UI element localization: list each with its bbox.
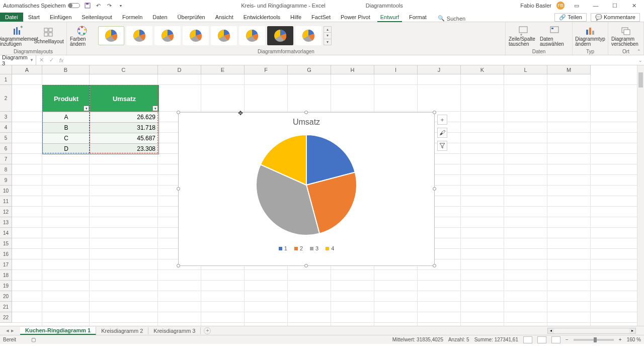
col-header[interactable]: H	[331, 65, 374, 74]
col-header[interactable]: M	[547, 65, 591, 74]
qat-customize-icon[interactable]: ▾	[117, 2, 124, 9]
tab-hilfe[interactable]: Hilfe	[285, 13, 306, 22]
zoom-in-icon[interactable]: +	[619, 337, 622, 342]
accept-formula-icon[interactable]: ✓	[46, 57, 56, 63]
chart-style-thumb[interactable]	[295, 26, 321, 45]
horizontal-scrollbar[interactable]: ◂▸	[547, 328, 636, 334]
row-header[interactable]: 6	[0, 143, 12, 154]
cancel-formula-icon[interactable]: ✕	[36, 57, 46, 63]
row-header[interactable]: 19	[0, 281, 12, 291]
col-header[interactable]: D	[158, 65, 201, 74]
tab-seitenlayout[interactable]: Seitenlayout	[76, 13, 117, 22]
view-page-break-icon[interactable]	[551, 336, 560, 343]
sheet-tab[interactable]: Kreisdiagramm 2	[96, 327, 148, 334]
move-chart-button[interactable]: Diagramm verschieben	[611, 24, 640, 48]
tab-entwurf[interactable]: Entwurf	[375, 13, 404, 22]
redo-icon[interactable]: ↷	[106, 2, 113, 9]
header-produkt[interactable]: Produkt ▾	[43, 85, 90, 112]
row-header[interactable]: 14	[0, 228, 12, 238]
add-sheet-button[interactable]: +	[204, 327, 211, 334]
share-button[interactable]: 🔗 Teilen	[554, 13, 587, 22]
resize-handle[interactable]	[433, 264, 436, 267]
tab-einfuegen[interactable]: Einfügen	[45, 13, 76, 22]
pie-chart[interactable]	[251, 130, 362, 240]
close-icon[interactable]: ✕	[627, 1, 641, 11]
col-header[interactable]: F	[245, 65, 288, 74]
chart-elements-button[interactable]: ＋	[437, 115, 447, 125]
table-row[interactable]: B31.718	[43, 122, 158, 133]
row-header[interactable]: 4	[0, 122, 12, 133]
row-header[interactable]: 13	[0, 217, 12, 228]
filter-icon[interactable]: ▾	[152, 106, 158, 111]
chart-style-thumb[interactable]	[211, 26, 237, 45]
row-header[interactable]: 18	[0, 270, 12, 281]
toggle-switch-icon[interactable]	[68, 3, 80, 8]
chevron-down-icon[interactable]: ▼	[30, 58, 34, 62]
vertical-scrollbar[interactable]	[637, 65, 644, 326]
row-header[interactable]: 12	[0, 207, 12, 217]
row-header[interactable]: 1	[0, 74, 12, 85]
legend-item[interactable]: 2	[294, 245, 303, 251]
cell-umsatz[interactable]: 26.629	[90, 112, 158, 122]
col-header[interactable]: C	[90, 65, 158, 74]
tab-factset[interactable]: FactSet	[306, 13, 336, 22]
resize-handle[interactable]	[433, 111, 436, 114]
name-box[interactable]: Diagramm 3 ▼	[0, 54, 36, 66]
collapse-ribbon-icon[interactable]: ⌃	[637, 49, 641, 54]
resize-handle[interactable]	[304, 111, 308, 114]
expand-formula-bar-icon[interactable]: ⌄	[637, 58, 644, 63]
add-chart-element-button[interactable]: + Diagrammelement hinzufügen	[3, 24, 32, 48]
view-page-layout-icon[interactable]	[537, 336, 546, 343]
zoom-out-icon[interactable]: −	[566, 337, 569, 342]
fx-icon[interactable]: fx	[56, 57, 66, 63]
chart-filter-button[interactable]	[437, 141, 447, 151]
legend-item[interactable]: 3	[310, 245, 318, 251]
chart-style-thumb[interactable]	[154, 26, 181, 45]
chart-style-thumb[interactable]	[98, 26, 124, 45]
table-row[interactable]: C45.687	[43, 133, 158, 143]
resize-handle[interactable]	[177, 264, 180, 267]
row-header[interactable]: 2	[0, 85, 12, 112]
tab-start[interactable]: Start	[23, 13, 45, 22]
row-header[interactable]: 21	[0, 302, 12, 312]
row-header[interactable]: 22	[0, 312, 12, 323]
cell-produkt[interactable]: B	[43, 122, 90, 133]
sheet-tab-active[interactable]: Kuchen-Ringdiagramm 1	[20, 327, 96, 335]
col-header[interactable]: K	[461, 65, 504, 74]
col-header[interactable]: L	[504, 65, 547, 74]
formula-input[interactable]	[66, 55, 637, 65]
resize-handle[interactable]	[177, 111, 180, 114]
sheet-tab[interactable]: Kreisdiagramm 3	[148, 327, 201, 334]
tab-ueberpruefen[interactable]: Überprüfen	[173, 13, 210, 22]
select-data-button[interactable]: Daten auswählen	[540, 24, 569, 48]
row-header[interactable]: 9	[0, 175, 12, 186]
minimize-icon[interactable]: ―	[589, 1, 603, 11]
row-header[interactable]: 7	[0, 154, 12, 164]
row-header[interactable]: 5	[0, 133, 12, 143]
col-header[interactable]: A	[12, 65, 42, 74]
chart-style-thumb[interactable]	[267, 26, 293, 45]
row-header[interactable]: 17	[0, 259, 12, 270]
row-header[interactable]: 15	[0, 238, 12, 249]
sheet-nav[interactable]: ◂▸	[0, 327, 20, 334]
chart-style-thumb[interactable]	[239, 26, 265, 45]
tab-formeln[interactable]: Formeln	[117, 13, 147, 22]
search-box[interactable]: 🔍 Suchen	[438, 15, 465, 22]
chart-title[interactable]: Umsatz	[179, 118, 434, 127]
tab-daten[interactable]: Daten	[147, 13, 172, 22]
select-all-corner[interactable]	[0, 65, 12, 74]
row-header[interactable]: 10	[0, 186, 12, 196]
avatar[interactable]: FB	[556, 2, 565, 10]
save-icon[interactable]	[84, 2, 91, 9]
legend-item[interactable]: 1	[279, 245, 287, 251]
col-header[interactable]: G	[288, 65, 331, 74]
filter-icon[interactable]: ▾	[84, 106, 89, 111]
quick-layout-button[interactable]: Schnelllayout	[34, 24, 63, 48]
macro-record-icon[interactable]: ▢	[31, 337, 36, 342]
cell-produkt[interactable]: D	[43, 143, 90, 154]
change-colors-button[interactable]: Farben ändern	[70, 24, 94, 48]
table-row[interactable]: D23.308	[43, 143, 158, 154]
view-normal-icon[interactable]	[523, 336, 532, 343]
resize-handle[interactable]	[304, 264, 308, 267]
row-header[interactable]: 16	[0, 249, 12, 259]
